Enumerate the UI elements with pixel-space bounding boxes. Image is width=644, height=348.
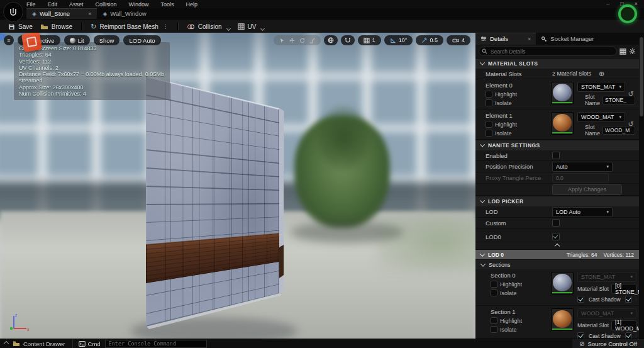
menu-tools[interactable]: Tools [160,1,175,8]
cast-shadow-checkbox[interactable] [577,332,584,339]
material-select-dropdown[interactable]: WOOD_MAT▾ [577,112,625,122]
highlight-checkbox[interactable] [486,91,492,98]
reimport-icon: ↻ [91,23,96,31]
gear-icon[interactable] [629,48,636,55]
material-thumbnail[interactable] [551,308,574,331]
socket-manager-icon [541,36,547,42]
derived-data-progress-ring[interactable] [618,4,637,23]
collision-button[interactable]: Collision [183,20,234,33]
menu-file[interactable]: File [25,1,37,8]
camera-speed-button[interactable]: 4 [447,35,470,45]
uv-button[interactable]: UV [234,20,269,33]
maximize-button[interactable]: □ [620,1,623,7]
asset-tab-bar: ◈ Wall_Stone × ◈ Wall_Window [0,8,644,19]
menu-edit[interactable]: Edit [47,1,59,8]
material-thumbnail[interactable] [551,272,574,295]
console-command-input[interactable] [105,340,207,348]
wall-stone-mesh[interactable] [146,76,279,327]
position-precision-row: Position Precision Auto▾ [475,161,639,172]
source-control-button[interactable]: ⊘ Source Control Off [572,339,644,348]
reimport-base-mesh-button[interactable]: ↻ Reimport Base Mesh ⋮ [87,20,172,33]
isolate-checkbox[interactable] [491,289,497,296]
close-button[interactable]: × [635,1,638,7]
lit-mode-button[interactable]: Lit [64,35,90,45]
menu-collision[interactable]: Collision [94,1,118,8]
save-button[interactable]: Save [4,20,36,33]
expand-drawer-icon[interactable] [4,341,9,346]
reset-to-default-button[interactable]: ↺ [625,82,636,106]
material-select-dropdown[interactable]: STONE_MAT▾ [577,82,625,92]
browse-button[interactable]: Browse [36,20,76,33]
search-details-input[interactable] [479,47,617,56]
uv-grid-icon [238,23,245,30]
nanite-enabled-row: Enabled [475,150,639,161]
details-scrollbar[interactable] [639,33,644,339]
isolate-checkbox[interactable] [486,99,492,106]
collision-dropdown-icon[interactable] [226,26,231,30]
nanite-enabled-checkbox[interactable] [552,152,560,159]
reset-to-default-button[interactable]: ↺ [625,112,636,137]
category-lod0[interactable]: LOD 0 Triangles: 64 Vertices: 112 [475,250,639,259]
apply-changes-button[interactable]: Apply Changes [552,184,622,195]
scale-snap-icon [421,38,427,43]
lod-auto-button[interactable]: LOD Auto [123,35,160,45]
enable-collision-checkbox[interactable] [625,332,632,339]
category-nanite-settings[interactable]: NANITE SETTINGS [475,140,639,150]
material-thumbnail[interactable] [551,82,574,104]
uv-dropdown-icon[interactable] [260,26,265,30]
world-space-toggle[interactable] [324,35,338,45]
tab-socket-manager[interactable]: Socket Manager [536,33,599,45]
stat-line: Vertices: 112 [19,59,165,65]
minimize-button[interactable]: – [606,1,609,7]
position-precision-dropdown[interactable]: Auto▾ [552,162,613,172]
menu-help[interactable]: Help [185,1,199,8]
chevron-down-icon [480,251,485,256]
viewport-options-button[interactable]: ≡ [4,35,14,45]
apply-changes-row: Apply Changes [475,184,639,196]
svg-text:z: z [15,313,18,317]
reimport-options-icon[interactable]: ⋮ [163,23,169,30]
transform-tools-group[interactable] [274,35,321,45]
section-1: Section 1 Highlight Isolate WOOD_MAT▾ Ma… [475,306,639,339]
display-filter-icon[interactable] [619,48,626,55]
scale-snap-button[interactable]: 0.5 [416,35,443,45]
viewport-3d[interactable]: ≡ Perspective Lit Show LOD Auto [0,33,475,339]
grid-snap-button[interactable]: 1 [358,35,381,45]
cast-shadow-checkbox[interactable] [577,296,584,303]
highlight-checkbox[interactable] [491,317,497,324]
highlight-checkbox[interactable] [491,281,497,288]
unreal-logo-icon[interactable] [3,2,23,22]
lod0-checkbox[interactable] [552,233,560,240]
custom-checkbox[interactable] [552,219,560,227]
surface-snapping-button[interactable] [341,35,355,45]
isolate-checkbox[interactable] [486,130,492,137]
rotation-snap-button[interactable]: 10° [384,35,413,45]
menu-window[interactable]: Window [128,1,150,8]
details-sliders-icon [480,36,487,42]
show-menu-button[interactable]: Show [94,35,120,45]
category-lod-picker[interactable]: LOD PICKER [475,196,639,206]
section-material-slot-dropdown[interactable]: [1] WOOD_MAT10▾ [611,320,636,330]
enable-collision-checkbox[interactable] [625,296,632,303]
category-material-slots[interactable]: MATERIAL SLOTS [475,58,639,69]
tab-close-icon[interactable]: × [528,36,531,42]
subcategory-sections[interactable]: Sections [475,259,639,269]
background-tree-shade [318,107,369,170]
section-material-slot-dropdown[interactable]: [0] STONE_MAT1▾ [611,284,636,294]
scrollbar-thumb[interactable] [640,37,643,116]
lod-dropdown[interactable]: LOD Auto▾ [552,207,613,217]
tab-wall-window[interactable]: ◈ Wall_Window [97,8,152,19]
menu-asset[interactable]: Asset [68,1,85,8]
tab-close-icon[interactable]: × [88,11,91,17]
cmd-button[interactable]: Cmd [79,340,101,347]
collapse-bar[interactable] [475,242,639,250]
tab-wall-stone[interactable]: ◈ Wall_Stone × [26,8,97,19]
content-drawer-button[interactable]: Content Drawer [13,340,65,347]
proxy-triangle-row: Proxy Triangle Perce 0.0 [475,172,639,184]
highlight-checkbox[interactable] [486,121,492,128]
tab-details[interactable]: Details × [475,33,536,45]
material-thumbnail[interactable] [551,112,574,135]
tab-label: Details [490,35,508,42]
isolate-checkbox[interactable] [491,326,497,333]
add-material-slot-button[interactable]: ⊕ [599,70,604,78]
